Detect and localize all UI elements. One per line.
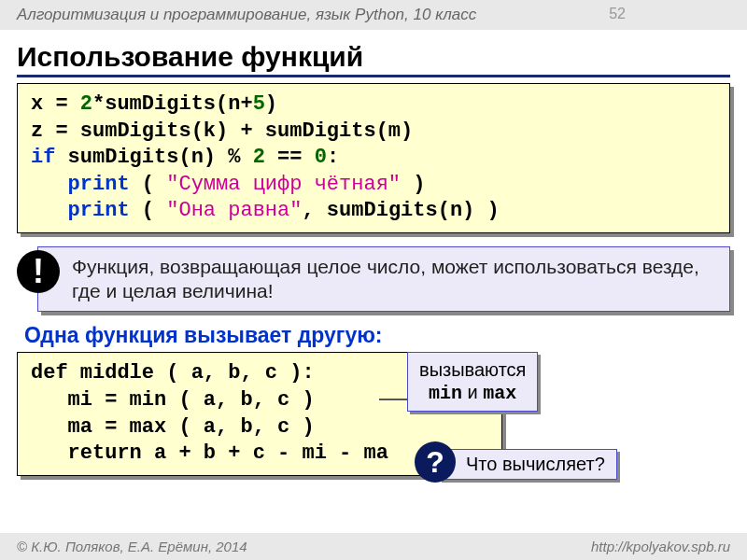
code-block-1: x = 2*sumDigits(n+5) z = sumDigits(k) + … xyxy=(17,83,730,233)
lower-section: def middle ( a, b, c ): mi = min ( a, b,… xyxy=(17,352,730,475)
code-line: print ( "Сумма цифр чётная" ) xyxy=(31,172,716,199)
subheading: Одна функция вызывает другую: xyxy=(24,323,730,348)
header-bar: Алгоритмизация и программирование, язык … xyxy=(0,0,747,30)
code-line: z = sumDigits(k) + sumDigits(m) xyxy=(31,119,716,146)
slide-content: Использование функций x = 2*sumDigits(n+… xyxy=(0,30,747,476)
code-line: ma = max ( a, b, c ) xyxy=(31,414,488,441)
footer-url: http://kpolyakov.spb.ru xyxy=(591,539,730,554)
exclamation-icon: ! xyxy=(17,250,60,293)
course-name: Алгоритмизация и программирование, язык … xyxy=(17,6,476,23)
callout-connector xyxy=(379,399,407,400)
code-line: x = 2*sumDigits(n+5) xyxy=(31,91,716,119)
footer-bar: © К.Ю. Поляков, Е.А. Ерёмин, 2014 http:/… xyxy=(0,533,747,560)
callout-box: вызываются min и max xyxy=(407,352,538,412)
code-line: if sumDigits(n) % 2 == 0: xyxy=(31,145,716,172)
note-box: Функция, возвращающая целое число, может… xyxy=(37,246,730,313)
question-box: Что вычисляет? xyxy=(439,449,617,480)
callout-line2: min и max xyxy=(419,381,526,405)
code-line: print ( "Она равна", sumDigits(n) ) xyxy=(31,198,716,225)
page-number: 52 xyxy=(609,6,626,22)
callout-line1: вызываются xyxy=(419,358,526,381)
footer-copyright: © К.Ю. Поляков, Е.А. Ерёмин, 2014 xyxy=(17,539,247,554)
slide-title: Использование функций xyxy=(17,41,730,77)
note-row: ! Функция, возвращающая целое число, мож… xyxy=(17,246,730,313)
